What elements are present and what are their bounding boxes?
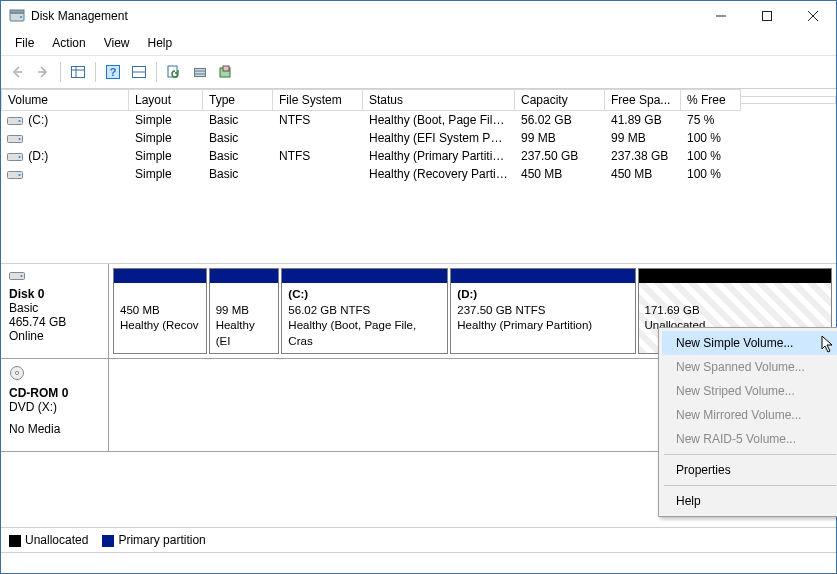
ctx-new-striped-volume: New Striped Volume... xyxy=(662,379,837,403)
menubar: File Action View Help xyxy=(1,31,836,56)
help-button[interactable]: ? xyxy=(101,60,125,84)
titlebar: Disk Management xyxy=(1,1,836,31)
wizard-button[interactable] xyxy=(214,60,238,84)
rescan-button[interactable] xyxy=(188,60,212,84)
svg-point-27 xyxy=(19,156,21,158)
panel-button[interactable] xyxy=(127,60,151,84)
toolbar-separator xyxy=(95,62,96,82)
disk-type-icon xyxy=(9,365,100,384)
menu-view[interactable]: View xyxy=(96,35,138,51)
legend-unallocated: Unallocated xyxy=(9,533,88,547)
column-headers: Volume Layout Type File System Status Ca… xyxy=(1,89,836,111)
svg-point-23 xyxy=(19,120,21,122)
menu-help[interactable]: Help xyxy=(140,35,181,51)
col-percent[interactable]: % Free xyxy=(681,89,741,111)
svg-rect-17 xyxy=(195,69,206,77)
app-icon xyxy=(9,8,25,24)
disk-management-window: Disk Management File Action View Help ? … xyxy=(0,0,837,574)
drive-icon xyxy=(7,133,25,145)
close-button[interactable] xyxy=(790,1,836,31)
disk-info[interactable]: CD-ROM 0DVD (X:)No Media xyxy=(1,359,109,451)
menu-file[interactable]: File xyxy=(7,35,42,51)
volume-row[interactable]: SimpleBasicHealthy (Recovery Partiti...4… xyxy=(1,165,836,183)
col-capacity[interactable]: Capacity xyxy=(515,89,605,111)
svg-point-29 xyxy=(19,174,21,176)
svg-rect-9 xyxy=(72,67,85,78)
col-filesystem[interactable]: File System xyxy=(273,89,363,111)
drive-icon xyxy=(7,169,25,181)
drive-icon xyxy=(7,115,25,127)
ctx-properties[interactable]: Properties xyxy=(662,458,837,482)
volume-row[interactable]: SimpleBasicHealthy (EFI System Parti...9… xyxy=(1,129,836,147)
forward-button[interactable] xyxy=(31,60,55,84)
svg-text:?: ? xyxy=(110,66,117,78)
legend: Unallocated Primary partition xyxy=(1,527,836,552)
context-menu: New Simple Volume... New Spanned Volume.… xyxy=(658,327,837,517)
disk-info[interactable]: Disk 0Basic465.74 GBOnline xyxy=(1,264,109,358)
col-spacer xyxy=(741,96,836,104)
svg-point-25 xyxy=(19,138,21,140)
svg-point-33 xyxy=(15,371,18,374)
svg-point-2 xyxy=(20,16,22,18)
svg-point-31 xyxy=(21,275,23,277)
toolbar-separator xyxy=(60,62,61,82)
disk-type-icon xyxy=(9,270,100,285)
partition[interactable]: 99 MBHealthy (EI xyxy=(209,268,280,354)
window-title: Disk Management xyxy=(31,9,698,23)
legend-primary: Primary partition xyxy=(102,533,205,547)
col-status[interactable]: Status xyxy=(363,89,515,111)
volume-list-pane: Volume Layout Type File System Status Ca… xyxy=(1,89,836,264)
maximize-button[interactable] xyxy=(744,1,790,31)
ctx-new-raid5-volume: New RAID-5 Volume... xyxy=(662,427,837,451)
ctx-help[interactable]: Help xyxy=(662,489,837,513)
minimize-button[interactable] xyxy=(698,1,744,31)
svg-rect-1 xyxy=(10,10,24,13)
volume-row[interactable]: (D:)SimpleBasicNTFSHealthy (Primary Part… xyxy=(1,147,836,165)
col-type[interactable]: Type xyxy=(203,89,273,111)
ctx-new-mirrored-volume: New Mirrored Volume... xyxy=(662,403,837,427)
statusbar xyxy=(1,552,836,573)
col-free[interactable]: Free Spa... xyxy=(605,89,681,111)
drive-icon xyxy=(7,151,25,163)
show-console-tree-button[interactable] xyxy=(66,60,90,84)
back-button[interactable] xyxy=(5,60,29,84)
menu-action[interactable]: Action xyxy=(44,35,93,51)
refresh-button[interactable] xyxy=(162,60,186,84)
col-volume[interactable]: Volume xyxy=(1,89,129,111)
svg-rect-21 xyxy=(223,66,229,71)
window-buttons xyxy=(698,1,836,31)
toolbar-separator xyxy=(156,62,157,82)
ctx-new-spanned-volume: New Spanned Volume... xyxy=(662,355,837,379)
svg-rect-4 xyxy=(763,12,772,21)
toolbar: ? xyxy=(1,56,836,89)
volume-row[interactable]: (C:)SimpleBasicNTFSHealthy (Boot, Page F… xyxy=(1,111,836,129)
partition[interactable]: 450 MBHealthy (Recov xyxy=(113,268,207,354)
partition[interactable]: (D:)237.50 GB NTFSHealthy (Primary Parti… xyxy=(450,268,635,354)
col-layout[interactable]: Layout xyxy=(129,89,203,111)
ctx-new-simple-volume[interactable]: New Simple Volume... xyxy=(662,331,837,355)
partition[interactable]: (C:)56.02 GB NTFSHealthy (Boot, Page Fil… xyxy=(281,268,448,354)
volume-rows: (C:)SimpleBasicNTFSHealthy (Boot, Page F… xyxy=(1,111,836,183)
